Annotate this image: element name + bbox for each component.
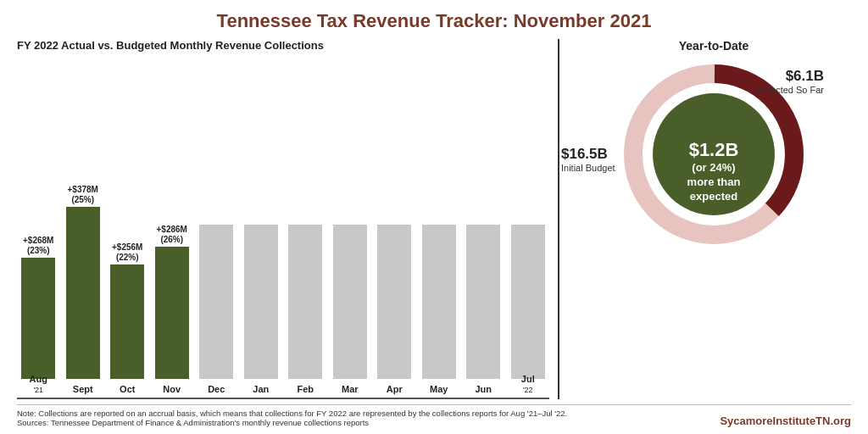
month-label-sept: Sept xyxy=(62,384,105,394)
bar-jun xyxy=(466,225,500,379)
bar-col-may: May xyxy=(418,55,461,379)
bar-label-sept: +$378M(25%) xyxy=(68,185,98,205)
bar-col-jul: Jul'22 xyxy=(507,55,550,379)
footer-source: Sources: Tennessee Department of Finance… xyxy=(17,418,567,427)
bar-chart-area: +$268M(23%)Aug'21+$378M(25%)Sept+$256M(2… xyxy=(17,55,549,399)
month-label-oct: Oct xyxy=(106,384,149,394)
bar-may xyxy=(422,225,456,379)
collected-label-text: Collected So Far xyxy=(754,85,824,95)
bar-col-jan: Jan xyxy=(240,55,283,379)
bars-row: +$268M(23%)Aug'21+$378M(25%)Sept+$256M(2… xyxy=(17,55,549,396)
ytd-title: Year-to-Date xyxy=(679,39,748,53)
footer: Note: Collections are reported on an acc… xyxy=(17,404,851,427)
collected-label: $6.1B Collected So Far xyxy=(754,68,824,95)
footer-note: Note: Collections are reported on an acc… xyxy=(17,409,567,418)
budget-label: $16.5B Initial Budget xyxy=(561,146,615,173)
budget-label-text: Initial Budget xyxy=(561,163,615,173)
bar-mar xyxy=(333,225,367,379)
bar-col-feb: Feb xyxy=(284,55,327,379)
bar-col-apr: Apr xyxy=(373,55,416,379)
month-label-dec: Dec xyxy=(195,384,238,394)
donut-center-value: $1.2B xyxy=(659,139,769,161)
footer-brand: SycamoreInstituteTN.org xyxy=(720,415,851,427)
budget-value: $16.5B xyxy=(561,146,615,163)
bar-jul xyxy=(511,225,545,379)
ytd-section: Year-to-Date $1.2B (or 24%)more tha xyxy=(559,39,851,399)
month-label-jun: Jun xyxy=(462,384,505,394)
chart-subtitle: FY 2022 Actual vs. Budgeted Monthly Reve… xyxy=(17,39,549,52)
bar-nov xyxy=(155,247,189,379)
page: Tennessee Tax Revenue Tracker: November … xyxy=(0,0,868,434)
bar-aug xyxy=(21,258,55,379)
bar-label-nov: +$286M(26%) xyxy=(157,225,187,245)
bar-jan xyxy=(244,225,278,379)
month-label-feb: Feb xyxy=(284,384,327,394)
bar-dec xyxy=(199,225,233,379)
bar-col-dec: Dec xyxy=(195,55,238,379)
bar-col-oct: +$256M(22%)Oct xyxy=(106,55,149,379)
page-title: Tennessee Tax Revenue Tracker: November … xyxy=(17,10,851,32)
bar-label-oct: +$256M(22%) xyxy=(112,242,142,263)
bar-feb xyxy=(288,225,322,379)
bar-apr xyxy=(377,225,411,379)
month-label-nov: Nov xyxy=(151,384,194,394)
content-row: FY 2022 Actual vs. Budgeted Monthly Reve… xyxy=(17,39,851,399)
month-label-jan: Jan xyxy=(240,384,283,394)
month-label-mar: Mar xyxy=(329,384,372,394)
month-label-apr: Apr xyxy=(373,384,416,394)
footer-notes: Note: Collections are reported on an acc… xyxy=(17,409,567,427)
bar-col-aug: +$268M(23%)Aug'21 xyxy=(17,55,60,379)
month-label-may: May xyxy=(418,384,461,394)
bar-col-jun: Jun xyxy=(462,55,505,379)
donut-center-text: $1.2B (or 24%)more thanexpected xyxy=(659,139,769,204)
bar-col-mar: Mar xyxy=(329,55,372,379)
chart-section: FY 2022 Actual vs. Budgeted Monthly Reve… xyxy=(17,39,559,399)
bar-oct xyxy=(110,264,144,379)
axis-line xyxy=(17,398,549,399)
bar-col-sept: +$378M(25%)Sept xyxy=(62,55,105,379)
bar-col-nov: +$286M(26%)Nov xyxy=(151,55,194,379)
collected-value: $6.1B xyxy=(754,68,824,85)
bar-label-aug: +$268M(23%) xyxy=(23,236,53,256)
donut-center-sub: (or 24%)more thanexpected xyxy=(659,161,769,204)
month-label-jul: Jul'22 xyxy=(507,374,550,394)
bar-sept xyxy=(66,207,100,379)
month-label-aug: Aug'21 xyxy=(17,374,60,394)
